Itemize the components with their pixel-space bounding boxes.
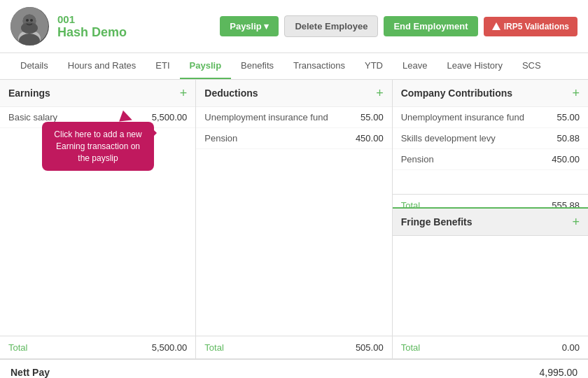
contributions-total-label: Total [401, 342, 420, 353]
main-content: Earnings + Basic salary 5,500.00 ▶ Click… [0, 80, 588, 358]
company-contributions-footer: Total 0.00 [393, 335, 588, 358]
callout-text: Click here to add a new Earning transact… [54, 130, 141, 163]
contributions-total-value: 0.00 [562, 342, 580, 353]
svg-point-4 [21, 22, 38, 34]
deductions-footer: Total 505.00 [196, 335, 391, 358]
deductions-panel: Deductions + Unemployment insurance fund… [196, 80, 392, 358]
deduction-pension-value: 450.00 [356, 133, 384, 144]
end-employment-button[interactable]: End Employment [384, 16, 477, 36]
company-contributions-content: Unemployment insurance fund 55.00 Skills… [393, 107, 588, 207]
deductions-content: Unemployment insurance fund 55.00 Pensio… [196, 107, 391, 335]
contributions-subtotal-value: 555.88 [552, 200, 580, 207]
tab-transactions[interactable]: Transactions [284, 53, 355, 79]
deductions-header: Deductions + [196, 80, 391, 107]
deduction-uif-value: 55.00 [360, 112, 384, 122]
earnings-panel: Earnings + Basic salary 5,500.00 ▶ Click… [0, 80, 196, 358]
delete-employee-button[interactable]: Delete Employee [284, 15, 378, 37]
deductions-total-label: Total [204, 342, 223, 353]
earnings-total-label: Total [8, 342, 27, 353]
tab-payslip[interactable]: Payslip [180, 53, 232, 79]
add-earning-button[interactable]: + [180, 87, 188, 99]
fringe-benefits-header: Fringe Benefits + [393, 207, 588, 236]
company-contributions-header: Company Contributions + [393, 80, 588, 107]
header: 001 Hash Demo Payslip Delete Employee En… [0, 0, 588, 53]
deduction-pension-label: Pension [204, 133, 237, 144]
nett-pay-label: Nett Pay [10, 367, 50, 378]
company-contributions-panel: Company Contributions + Unemployment ins… [393, 80, 588, 358]
tab-hours-and-rates[interactable]: Hours and Rates [58, 53, 146, 79]
tab-ytd[interactable]: YTD [355, 53, 393, 79]
earnings-footer: Total 5,500.00 [0, 335, 195, 358]
tab-details[interactable]: Details [10, 53, 58, 79]
tab-leave-history[interactable]: Leave History [437, 53, 512, 79]
deductions-title: Deductions [204, 88, 258, 99]
warning-icon [492, 22, 500, 30]
irp5-validations-button[interactable]: IRP5 Validations [484, 17, 578, 36]
nett-pay-bar: Nett Pay 4,995.00 [0, 358, 588, 378]
nett-pay-value: 4,995.00 [540, 367, 578, 378]
earnings-title: Earnings [8, 88, 50, 99]
deduction-uif-label: Unemployment insurance fund [204, 112, 328, 122]
svg-point-6 [30, 19, 33, 22]
add-deduction-button[interactable]: + [376, 87, 384, 99]
fringe-benefits-title: Fringe Benefits [401, 216, 472, 227]
nav-tabs: Details Hours and Rates ETI Payslip Bene… [0, 53, 588, 80]
employee-info: 001 Hash Demo [57, 13, 220, 40]
employee-id: 001 [57, 13, 220, 25]
contribution-sdl[interactable]: Skills development levy 50.88 [393, 128, 588, 149]
earnings-item-value: 5,500.00 [152, 112, 188, 122]
deductions-total-value: 505.00 [356, 342, 384, 353]
company-contributions-title: Company Contributions [401, 88, 512, 99]
earnings-total-value: 5,500.00 [152, 342, 188, 353]
contributions-subtotal-label: Total [401, 200, 420, 207]
earnings-header: Earnings + [0, 80, 195, 107]
add-fringe-button[interactable]: + [572, 216, 580, 228]
tab-scs[interactable]: SCS [512, 53, 551, 79]
contribution-uif-label: Unemployment insurance fund [401, 112, 524, 122]
contribution-pension-value: 450.00 [552, 154, 580, 164]
tab-benefits[interactable]: Benefits [231, 53, 284, 79]
add-contribution-button[interactable]: + [572, 87, 580, 99]
contribution-sdl-label: Skills development levy [401, 133, 496, 144]
employee-name: Hash Demo [57, 25, 220, 40]
contribution-pension-label: Pension [401, 154, 434, 164]
contribution-uif-value: 55.00 [556, 112, 580, 122]
deduction-item-pension[interactable]: Pension 450.00 [196, 128, 391, 149]
contribution-sdl-value: 50.88 [556, 133, 580, 144]
svg-point-5 [26, 19, 29, 22]
earnings-item-label: Basic salary [8, 112, 57, 122]
callout-tooltip: ▶ Click here to add a new Earning transa… [42, 122, 154, 171]
header-actions: Payslip Delete Employee End Employment I… [220, 15, 578, 37]
avatar [10, 7, 49, 46]
tab-leave[interactable]: Leave [393, 53, 437, 79]
deduction-item-uif[interactable]: Unemployment insurance fund 55.00 [196, 107, 391, 128]
contributions-subtotal: Total 555.88 [393, 194, 588, 207]
contribution-uif[interactable]: Unemployment insurance fund 55.00 [393, 107, 588, 128]
tab-eti[interactable]: ETI [146, 53, 179, 79]
payslip-button[interactable]: Payslip [220, 16, 279, 36]
contribution-pension[interactable]: Pension 450.00 [393, 149, 588, 170]
